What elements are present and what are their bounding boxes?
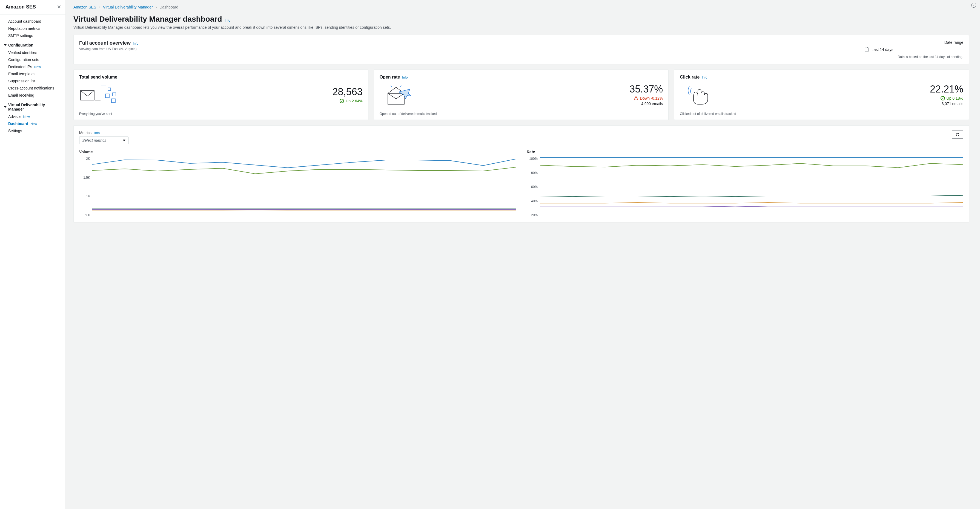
rate-chart: Rate 100% 80% 60% 40% 20%	[527, 150, 963, 217]
card-title: Open rate	[380, 75, 400, 79]
card-value: 22.21%	[930, 84, 963, 95]
metrics-label: Metrics	[79, 130, 91, 135]
sidebar-item-email-receiving[interactable]: Email receiving	[0, 92, 65, 99]
card-value: 35.37%	[629, 84, 663, 95]
sidebar-item-verified-identities[interactable]: Verified identities	[0, 49, 65, 56]
y-tick: 1.5K	[83, 176, 90, 179]
sidebar-section-vdm[interactable]: Virtual Deliverability Manager	[0, 99, 65, 113]
breadcrumb-link-ses[interactable]: Amazon SES	[73, 5, 96, 9]
refresh-icon	[955, 132, 960, 137]
breadcrumb: Amazon SES › Virtual Deliverability Mana…	[73, 5, 969, 9]
sidebar-item-label: Dedicated IPs	[8, 65, 32, 69]
sidebar-item-label: Dashboard	[8, 122, 28, 126]
card-footer: Everything you've sent	[79, 112, 363, 116]
sidebar-item-configuration-sets[interactable]: Configuration sets	[0, 56, 65, 63]
sidebar-section-label: Configuration	[8, 43, 33, 48]
trend-label: Up 2.64%	[346, 99, 363, 103]
y-tick: 100%	[529, 157, 538, 161]
page-title: Virtual Deliverability Manager dashboard…	[73, 15, 969, 24]
new-badge: New	[34, 65, 41, 69]
overview-subtitle: Viewing data from US East (N. Virginia).	[79, 47, 138, 51]
info-link[interactable]: Info	[94, 131, 100, 135]
sidebar-section-configuration[interactable]: Configuration	[0, 39, 65, 49]
card-total-send-volume: Total send volume	[73, 70, 368, 120]
y-tick: 500	[84, 213, 90, 217]
y-tick: 1K	[86, 194, 90, 198]
kpi-cards: Total send volume	[73, 70, 969, 120]
check-circle-icon: ✓	[940, 96, 945, 100]
metrics-select[interactable]: Select metrics	[79, 136, 129, 144]
trend-up: ✓ Up 2.64%	[332, 99, 363, 103]
chevron-right-icon: ›	[156, 5, 157, 9]
new-badge: New	[30, 122, 37, 126]
metrics-panel: Metrics Info Select metrics Volume	[73, 125, 969, 222]
card-footer: Clicked out of delivered emails tracked	[680, 112, 963, 116]
trend-label: Up 0.18%	[947, 96, 963, 100]
sidebar-item-dashboard[interactable]: Dashboard New	[0, 120, 65, 127]
rate-plot	[540, 157, 963, 217]
sidebar-item-reputation-metrics[interactable]: Reputation metrics	[0, 25, 65, 32]
sidebar-item-suppression-list[interactable]: Suppression list	[0, 78, 65, 84]
chevron-right-icon: ›	[99, 5, 100, 9]
info-link[interactable]: Info	[225, 19, 230, 22]
sidebar-section-label: Virtual Deliverability Manager	[8, 103, 60, 111]
sidebar-item-advisor[interactable]: Advisor New	[0, 113, 65, 120]
y-tick: 2K	[86, 157, 90, 161]
sidebar-item-account-dashboard[interactable]: Account dashboard	[0, 18, 65, 25]
breadcrumb-link-vdm[interactable]: Virtual Deliverability Manager	[103, 5, 153, 9]
volume-chart: Volume 2K 1.5K 1K 500	[79, 150, 516, 217]
warning-triangle-icon	[634, 96, 638, 100]
breadcrumb-current: Dashboard	[159, 5, 178, 9]
page-title-text: Virtual Deliverability Manager dashboard	[73, 15, 222, 24]
svg-rect-4	[101, 85, 106, 90]
y-tick: 20%	[531, 213, 538, 217]
svg-line-12	[391, 86, 392, 87]
date-range-label: Date range	[944, 40, 963, 44]
chart-title: Rate	[527, 150, 963, 154]
info-link[interactable]: Info	[133, 41, 138, 46]
date-range-select[interactable]: Last 14 days	[862, 46, 963, 53]
card-open-rate: Open rate Info 35.37%	[374, 70, 669, 120]
svg-point-16	[636, 99, 636, 100]
caret-down-icon	[4, 44, 6, 46]
check-circle-icon: ✓	[340, 99, 344, 103]
card-emails: 3,071 emails	[930, 101, 963, 106]
trend-label: Down -0.12%	[640, 96, 663, 100]
page-subtitle: Virtual Deliverability Manager dashboard…	[73, 25, 969, 30]
sidebar-item-smtp-settings[interactable]: SMTP settings	[0, 32, 65, 39]
card-value: 28,563	[332, 86, 363, 98]
sidebar: Amazon SES ✕ Account dashboard Reputatio…	[0, 0, 66, 509]
svg-rect-7	[113, 93, 116, 96]
sidebar-item-email-templates[interactable]: Email templates	[0, 70, 65, 78]
sidebar-item-settings[interactable]: Settings	[0, 127, 65, 134]
volume-y-axis: 2K 1.5K 1K 500	[79, 157, 92, 217]
overview-title: Full account overview	[79, 40, 130, 46]
sidebar-item-label: Advisor	[8, 114, 21, 119]
caret-down-icon	[123, 140, 126, 141]
date-range-note: Data is based on the last 14 days of sen…	[898, 55, 964, 59]
card-click-rate: Click rate Info 22.21% ✓ Up 0.18%	[674, 70, 969, 120]
card-title: Click rate	[680, 75, 700, 79]
svg-rect-8	[111, 99, 115, 103]
trend-down: Down -0.12%	[629, 96, 663, 100]
info-icon[interactable]: i	[971, 3, 976, 8]
info-link[interactable]: Info	[402, 76, 407, 79]
svg-rect-5	[108, 88, 111, 90]
sidebar-item-dedicated-ips[interactable]: Dedicated IPs New	[0, 63, 65, 70]
date-range-value: Last 14 days	[872, 48, 893, 52]
sidebar-nav: Account dashboard Reputation metrics SMT…	[0, 14, 65, 134]
metrics-select-placeholder: Select metrics	[82, 138, 106, 143]
main-content: i Amazon SES › Virtual Deliverability Ma…	[66, 0, 980, 509]
card-emails: 4,990 emails	[629, 101, 663, 106]
svg-line-13	[400, 86, 401, 87]
y-tick: 40%	[531, 199, 538, 203]
svg-rect-6	[105, 94, 109, 98]
card-footer: Opened out of delivered emails tracked	[380, 112, 663, 116]
refresh-button[interactable]	[952, 130, 963, 139]
info-link[interactable]: Info	[702, 76, 707, 79]
sidebar-item-cross-account-notifications[interactable]: Cross-account notifications	[0, 84, 65, 92]
service-name: Amazon SES	[5, 4, 36, 10]
envelope-open-icon	[380, 82, 421, 107]
y-tick: 80%	[531, 171, 538, 175]
close-icon[interactable]: ✕	[57, 4, 61, 10]
